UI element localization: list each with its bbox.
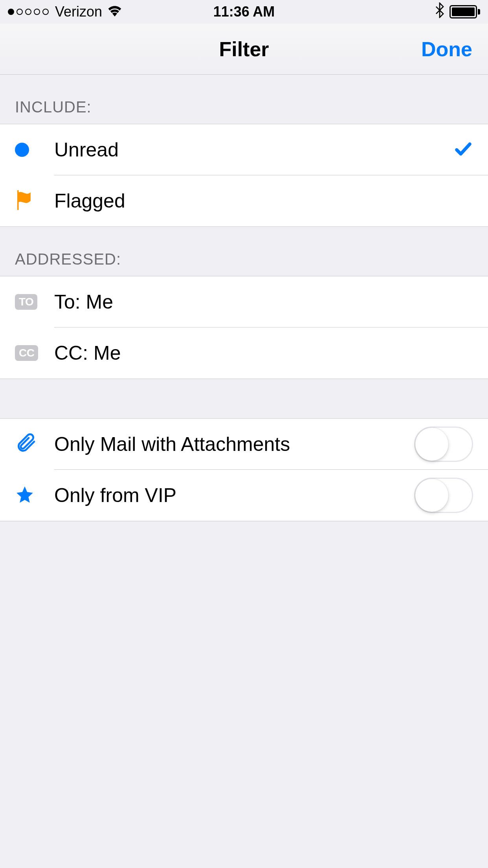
section-header-addressed: ADDRESSED:: [0, 227, 488, 276]
signal-strength-icon: [8, 9, 49, 15]
to-badge-icon: TO: [15, 294, 37, 310]
checkmark-icon: [453, 139, 473, 160]
include-group: Unread Flagged: [0, 124, 488, 227]
star-icon: [15, 485, 35, 506]
to-me-label: To: Me: [54, 291, 473, 313]
filter-row-flagged[interactable]: Flagged: [0, 175, 488, 226]
cc-badge-icon: CC: [15, 345, 38, 361]
status-bar: Verizon 11:36 AM: [0, 0, 488, 24]
navigation-bar: Filter Done: [0, 24, 488, 75]
paperclip-icon: [15, 432, 37, 456]
unread-label: Unread: [54, 138, 453, 161]
attachments-label: Only Mail with Attachments: [54, 433, 414, 456]
wifi-icon: [106, 4, 123, 20]
options-group: Only Mail with Attachments Only from VIP: [0, 418, 488, 521]
flag-icon: [15, 190, 32, 211]
filter-row-cc-me[interactable]: CC CC: Me: [0, 327, 488, 379]
filter-row-attachments[interactable]: Only Mail with Attachments: [0, 419, 488, 470]
addressed-group: TO To: Me CC CC: Me: [0, 276, 488, 379]
status-time: 11:36 AM: [213, 4, 275, 20]
status-right: [435, 2, 480, 22]
battery-icon: [449, 5, 480, 18]
status-left: Verizon: [8, 4, 123, 20]
flagged-label: Flagged: [54, 189, 473, 212]
filter-row-vip[interactable]: Only from VIP: [0, 470, 488, 521]
done-button[interactable]: Done: [421, 37, 472, 61]
filter-row-unread[interactable]: Unread: [0, 124, 488, 175]
attachments-toggle[interactable]: [414, 427, 473, 462]
carrier-label: Verizon: [55, 4, 102, 20]
filter-row-to-me[interactable]: TO To: Me: [0, 276, 488, 327]
unread-dot-icon: [15, 143, 29, 157]
cc-me-label: CC: Me: [54, 342, 473, 364]
page-title: Filter: [219, 37, 269, 61]
vip-toggle[interactable]: [414, 478, 473, 513]
section-header-include: INCLUDE:: [0, 75, 488, 124]
vip-label: Only from VIP: [54, 484, 414, 507]
bluetooth-icon: [435, 2, 444, 22]
